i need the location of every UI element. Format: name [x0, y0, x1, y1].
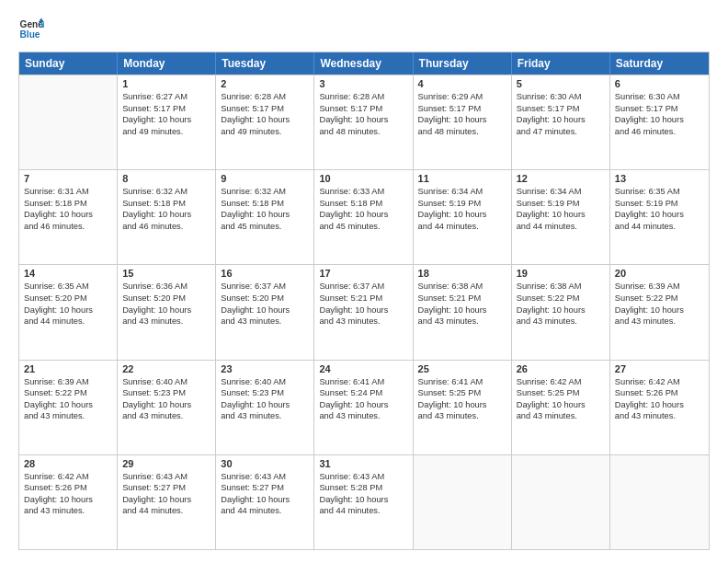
day-number: 30: [221, 458, 309, 469]
cell-line: Daylight: 10 hours: [24, 304, 112, 316]
cell-line: and 43 minutes.: [517, 316, 605, 327]
header: General Blue: [18, 17, 710, 42]
cell-line: Daylight: 10 hours: [319, 114, 407, 126]
cell-line: Sunrise: 6:34 AM: [517, 186, 605, 198]
cell-line: Sunrise: 6:39 AM: [615, 281, 704, 293]
cell-line: Sunrise: 6:28 AM: [221, 91, 309, 103]
cell-line: and 49 minutes.: [122, 126, 210, 138]
day-number: 5: [517, 78, 605, 89]
calendar-row: 1Sunrise: 6:27 AMSunset: 5:17 PMDaylight…: [19, 75, 709, 169]
calendar-cell: 30Sunrise: 6:43 AMSunset: 5:27 PMDayligh…: [216, 455, 314, 549]
calendar-cell: 13Sunrise: 6:35 AMSunset: 5:19 PMDayligh…: [610, 170, 709, 264]
day-number: 7: [24, 173, 112, 184]
cell-line: and 47 minutes.: [517, 126, 605, 138]
cell-line: and 43 minutes.: [615, 410, 704, 422]
cell-line: and 43 minutes.: [221, 316, 309, 327]
cell-line: Daylight: 10 hours: [122, 209, 210, 221]
cell-line: and 48 minutes.: [418, 126, 506, 138]
cell-line: and 43 minutes.: [319, 410, 407, 422]
cell-line: and 45 minutes.: [319, 221, 407, 233]
cell-line: Sunrise: 6:35 AM: [24, 281, 112, 293]
cell-line: Sunrise: 6:33 AM: [319, 186, 407, 198]
calendar-cell: 8Sunrise: 6:32 AMSunset: 5:18 PMDaylight…: [118, 170, 216, 264]
calendar-cell: [512, 455, 610, 549]
calendar-cell: 17Sunrise: 6:37 AMSunset: 5:21 PMDayligh…: [314, 265, 413, 359]
cell-line: Daylight: 10 hours: [517, 209, 605, 221]
cell-line: Daylight: 10 hours: [517, 304, 605, 316]
cell-line: Daylight: 10 hours: [24, 399, 112, 411]
cell-line: and 43 minutes.: [24, 410, 112, 422]
day-number: 27: [615, 363, 704, 374]
day-number: 16: [221, 268, 309, 279]
day-number: 11: [418, 173, 506, 184]
day-number: 4: [418, 78, 506, 89]
cell-line: Sunset: 5:22 PM: [517, 293, 605, 304]
day-number: 8: [122, 173, 210, 184]
weekday-header: Tuesday: [216, 52, 314, 75]
cell-line: Sunset: 5:28 PM: [319, 482, 407, 494]
calendar-header: SundayMondayTuesdayWednesdayThursdayFrid…: [19, 52, 709, 75]
calendar-cell: 26Sunrise: 6:42 AMSunset: 5:25 PMDayligh…: [512, 361, 610, 454]
cell-line: and 44 minutes.: [517, 221, 605, 233]
calendar-cell: [610, 455, 709, 549]
calendar-cell: 9Sunrise: 6:32 AMSunset: 5:18 PMDaylight…: [216, 170, 314, 264]
day-number: 18: [418, 268, 506, 279]
cell-line: Sunrise: 6:41 AM: [319, 376, 407, 388]
cell-line: Sunrise: 6:42 AM: [24, 471, 112, 483]
cell-line: Sunrise: 6:36 AM: [122, 281, 210, 293]
cell-line: Sunset: 5:20 PM: [122, 293, 210, 304]
calendar-cell: 10Sunrise: 6:33 AMSunset: 5:18 PMDayligh…: [314, 170, 413, 264]
cell-line: and 43 minutes.: [221, 410, 309, 422]
cell-line: Sunrise: 6:28 AM: [319, 91, 407, 103]
cell-line: Sunrise: 6:38 AM: [517, 281, 605, 293]
cell-line: Sunset: 5:17 PM: [221, 103, 309, 115]
cell-line: Daylight: 10 hours: [517, 399, 605, 411]
cell-line: and 43 minutes.: [615, 316, 704, 327]
calendar-cell: 3Sunrise: 6:28 AMSunset: 5:17 PMDaylight…: [314, 75, 413, 169]
cell-line: Daylight: 10 hours: [221, 209, 309, 221]
calendar-cell: 31Sunrise: 6:43 AMSunset: 5:28 PMDayligh…: [314, 455, 413, 549]
day-number: 22: [122, 363, 210, 374]
cell-line: and 43 minutes.: [122, 316, 210, 327]
logo: General Blue: [18, 17, 44, 42]
cell-line: Daylight: 10 hours: [517, 114, 605, 126]
calendar-cell: 24Sunrise: 6:41 AMSunset: 5:24 PMDayligh…: [314, 361, 413, 454]
day-number: 17: [319, 268, 407, 279]
cell-line: Sunrise: 6:34 AM: [418, 186, 506, 198]
cell-line: Sunset: 5:17 PM: [517, 103, 605, 115]
cell-line: Sunset: 5:18 PM: [122, 198, 210, 210]
day-number: 19: [517, 268, 605, 279]
cell-line: Sunset: 5:27 PM: [122, 482, 210, 494]
day-number: 1: [122, 78, 210, 89]
cell-line: Sunset: 5:22 PM: [24, 387, 112, 399]
cell-line: Sunrise: 6:30 AM: [517, 91, 605, 103]
day-number: 10: [319, 173, 407, 184]
cell-line: Sunset: 5:17 PM: [319, 103, 407, 115]
cell-line: Sunset: 5:21 PM: [319, 293, 407, 304]
weekday-header: Friday: [512, 52, 610, 75]
cell-line: and 43 minutes.: [418, 316, 506, 327]
weekday-header: Saturday: [610, 52, 709, 75]
svg-text:Blue: Blue: [20, 29, 40, 40]
weekday-header: Sunday: [19, 52, 118, 75]
calendar-cell: [414, 455, 512, 549]
cell-line: Daylight: 10 hours: [418, 209, 506, 221]
cell-line: Sunset: 5:23 PM: [122, 387, 210, 399]
cell-line: Sunset: 5:26 PM: [615, 387, 704, 399]
calendar-cell: 7Sunrise: 6:31 AMSunset: 5:18 PMDaylight…: [19, 170, 118, 264]
day-number: 20: [615, 268, 704, 279]
cell-line: Daylight: 10 hours: [615, 209, 704, 221]
calendar-body: 1Sunrise: 6:27 AMSunset: 5:17 PMDaylight…: [19, 75, 709, 549]
calendar-cell: [19, 75, 118, 169]
cell-line: Sunset: 5:19 PM: [615, 198, 704, 210]
cell-line: Sunrise: 6:37 AM: [319, 281, 407, 293]
calendar-cell: 6Sunrise: 6:30 AMSunset: 5:17 PMDaylight…: [610, 75, 709, 169]
day-number: 24: [319, 363, 407, 374]
calendar-cell: 16Sunrise: 6:37 AMSunset: 5:20 PMDayligh…: [216, 265, 314, 359]
cell-line: Sunset: 5:17 PM: [418, 103, 506, 115]
calendar-cell: 29Sunrise: 6:43 AMSunset: 5:27 PMDayligh…: [118, 455, 216, 549]
day-number: 14: [24, 268, 112, 279]
cell-line: Sunset: 5:18 PM: [221, 198, 309, 210]
cell-line: Daylight: 10 hours: [122, 114, 210, 126]
cell-line: Sunrise: 6:27 AM: [122, 91, 210, 103]
